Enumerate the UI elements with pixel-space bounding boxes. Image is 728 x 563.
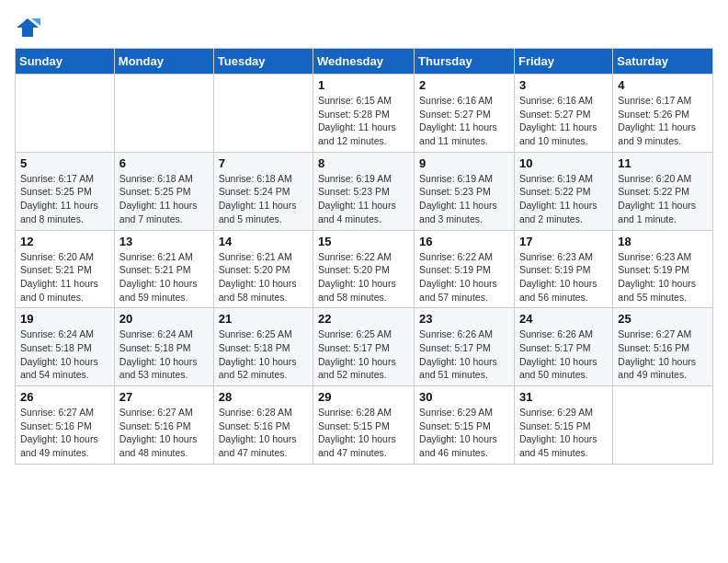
header-row: SundayMondayTuesdayWednesdayThursdayFrid…: [16, 49, 713, 75]
week-row-3: 12Sunrise: 6:20 AMSunset: 5:21 PMDayligh…: [16, 230, 713, 308]
day-cell: 21Sunrise: 6:25 AMSunset: 5:18 PMDayligh…: [213, 308, 313, 386]
day-number: 24: [519, 312, 608, 326]
day-cell: 12Sunrise: 6:20 AMSunset: 5:21 PMDayligh…: [16, 230, 115, 308]
day-cell: [213, 75, 313, 153]
day-info: Sunrise: 6:17 AMSunset: 5:26 PMDaylight:…: [618, 94, 708, 148]
day-cell: 17Sunrise: 6:23 AMSunset: 5:19 PMDayligh…: [514, 230, 612, 308]
day-cell: 2Sunrise: 6:16 AMSunset: 5:27 PMDaylight…: [415, 75, 515, 153]
day-info: Sunrise: 6:28 AMSunset: 5:15 PMDaylight:…: [318, 406, 409, 460]
day-cell: 6Sunrise: 6:18 AMSunset: 5:25 PMDaylight…: [114, 152, 213, 230]
day-cell: 29Sunrise: 6:28 AMSunset: 5:15 PMDayligh…: [313, 386, 415, 465]
header-wednesday: Wednesday: [313, 49, 415, 75]
day-cell: [114, 75, 213, 153]
day-cell: 27Sunrise: 6:27 AMSunset: 5:16 PMDayligh…: [114, 386, 213, 465]
day-info: Sunrise: 6:27 AMSunset: 5:16 PMDaylight:…: [20, 406, 109, 460]
day-info: Sunrise: 6:20 AMSunset: 5:22 PMDaylight:…: [618, 172, 708, 226]
day-number: 29: [318, 390, 409, 404]
day-number: 5: [20, 156, 109, 170]
day-number: 16: [419, 235, 509, 248]
header-saturday: Saturday: [613, 49, 713, 75]
day-info: Sunrise: 6:25 AMSunset: 5:18 PMDaylight:…: [219, 327, 308, 382]
header-friday: Friday: [514, 49, 612, 75]
day-number: 13: [119, 235, 209, 248]
day-number: 3: [519, 78, 608, 92]
day-cell: 22Sunrise: 6:25 AMSunset: 5:17 PMDayligh…: [313, 308, 415, 386]
logo-icon: [15, 15, 40, 40]
day-cell: 7Sunrise: 6:18 AMSunset: 5:24 PMDaylight…: [213, 152, 313, 230]
header-thursday: Thursday: [415, 49, 515, 75]
day-info: Sunrise: 6:29 AMSunset: 5:15 PMDaylight:…: [419, 406, 509, 460]
day-number: 26: [20, 390, 109, 404]
day-cell: 24Sunrise: 6:26 AMSunset: 5:17 PMDayligh…: [514, 308, 612, 386]
day-info: Sunrise: 6:21 AMSunset: 5:20 PMDaylight:…: [219, 250, 308, 304]
day-number: 14: [219, 235, 308, 248]
day-cell: 20Sunrise: 6:24 AMSunset: 5:18 PMDayligh…: [114, 308, 213, 386]
day-info: Sunrise: 6:26 AMSunset: 5:17 PMDaylight:…: [419, 327, 509, 382]
day-number: 21: [219, 312, 308, 326]
day-cell: [613, 386, 713, 465]
day-number: 4: [618, 78, 708, 92]
day-cell: 11Sunrise: 6:20 AMSunset: 5:22 PMDayligh…: [613, 152, 713, 230]
day-number: 31: [519, 390, 608, 404]
day-number: 7: [219, 156, 308, 170]
calendar-header: SundayMondayTuesdayWednesdayThursdayFrid…: [16, 49, 713, 75]
day-cell: [16, 75, 115, 153]
day-info: Sunrise: 6:19 AMSunset: 5:23 PMDaylight:…: [318, 172, 409, 226]
week-row-1: 1Sunrise: 6:15 AMSunset: 5:28 PMDaylight…: [16, 75, 713, 153]
day-cell: 19Sunrise: 6:24 AMSunset: 5:18 PMDayligh…: [16, 308, 115, 386]
day-cell: 26Sunrise: 6:27 AMSunset: 5:16 PMDayligh…: [16, 386, 115, 465]
day-number: 2: [419, 78, 509, 92]
day-cell: 13Sunrise: 6:21 AMSunset: 5:21 PMDayligh…: [114, 230, 213, 308]
day-cell: 18Sunrise: 6:23 AMSunset: 5:19 PMDayligh…: [613, 230, 713, 308]
day-info: Sunrise: 6:20 AMSunset: 5:21 PMDaylight:…: [20, 250, 109, 304]
week-row-4: 19Sunrise: 6:24 AMSunset: 5:18 PMDayligh…: [16, 308, 713, 386]
day-info: Sunrise: 6:28 AMSunset: 5:16 PMDaylight:…: [219, 406, 308, 460]
day-cell: 31Sunrise: 6:29 AMSunset: 5:15 PMDayligh…: [514, 386, 612, 465]
day-number: 6: [119, 156, 209, 170]
day-number: 15: [318, 235, 409, 248]
day-number: 12: [20, 235, 109, 248]
day-info: Sunrise: 6:29 AMSunset: 5:15 PMDaylight:…: [519, 406, 608, 460]
day-cell: 25Sunrise: 6:27 AMSunset: 5:16 PMDayligh…: [613, 308, 713, 386]
day-info: Sunrise: 6:18 AMSunset: 5:25 PMDaylight:…: [119, 172, 209, 226]
day-number: 20: [119, 312, 209, 326]
day-number: 28: [219, 390, 308, 404]
day-number: 30: [419, 390, 509, 404]
header-sunday: Sunday: [16, 49, 115, 75]
day-number: 22: [318, 312, 409, 326]
day-cell: 10Sunrise: 6:19 AMSunset: 5:22 PMDayligh…: [514, 152, 612, 230]
day-cell: 1Sunrise: 6:15 AMSunset: 5:28 PMDaylight…: [313, 75, 415, 153]
day-cell: 8Sunrise: 6:19 AMSunset: 5:23 PMDaylight…: [313, 152, 415, 230]
logo: [15, 15, 44, 40]
day-number: 18: [618, 235, 708, 248]
header-monday: Monday: [114, 49, 213, 75]
day-cell: 23Sunrise: 6:26 AMSunset: 5:17 PMDayligh…: [415, 308, 515, 386]
day-number: 27: [119, 390, 209, 404]
day-info: Sunrise: 6:16 AMSunset: 5:27 PMDaylight:…: [419, 94, 509, 148]
day-info: Sunrise: 6:17 AMSunset: 5:25 PMDaylight:…: [20, 172, 109, 226]
day-cell: 14Sunrise: 6:21 AMSunset: 5:20 PMDayligh…: [213, 230, 313, 308]
day-info: Sunrise: 6:23 AMSunset: 5:19 PMDaylight:…: [519, 250, 608, 304]
day-cell: 16Sunrise: 6:22 AMSunset: 5:19 PMDayligh…: [415, 230, 515, 308]
day-number: 10: [519, 156, 608, 170]
day-info: Sunrise: 6:24 AMSunset: 5:18 PMDaylight:…: [119, 327, 209, 382]
day-number: 17: [519, 235, 608, 248]
day-info: Sunrise: 6:23 AMSunset: 5:19 PMDaylight:…: [618, 250, 708, 304]
day-cell: 28Sunrise: 6:28 AMSunset: 5:16 PMDayligh…: [213, 386, 313, 465]
day-info: Sunrise: 6:21 AMSunset: 5:21 PMDaylight:…: [119, 250, 209, 304]
day-cell: 5Sunrise: 6:17 AMSunset: 5:25 PMDaylight…: [16, 152, 115, 230]
day-info: Sunrise: 6:19 AMSunset: 5:22 PMDaylight:…: [519, 172, 608, 226]
day-cell: 9Sunrise: 6:19 AMSunset: 5:23 PMDaylight…: [415, 152, 515, 230]
calendar-table: SundayMondayTuesdayWednesdayThursdayFrid…: [15, 48, 713, 465]
day-cell: 15Sunrise: 6:22 AMSunset: 5:20 PMDayligh…: [313, 230, 415, 308]
day-cell: 3Sunrise: 6:16 AMSunset: 5:27 PMDaylight…: [514, 75, 612, 153]
day-info: Sunrise: 6:18 AMSunset: 5:24 PMDaylight:…: [219, 172, 308, 226]
week-row-2: 5Sunrise: 6:17 AMSunset: 5:25 PMDaylight…: [16, 152, 713, 230]
page-header: [15, 15, 713, 40]
day-info: Sunrise: 6:27 AMSunset: 5:16 PMDaylight:…: [618, 327, 708, 382]
day-info: Sunrise: 6:22 AMSunset: 5:20 PMDaylight:…: [318, 250, 409, 304]
day-number: 1: [318, 78, 409, 92]
day-cell: 30Sunrise: 6:29 AMSunset: 5:15 PMDayligh…: [415, 386, 515, 465]
day-number: 8: [318, 156, 409, 170]
day-info: Sunrise: 6:22 AMSunset: 5:19 PMDaylight:…: [419, 250, 509, 304]
